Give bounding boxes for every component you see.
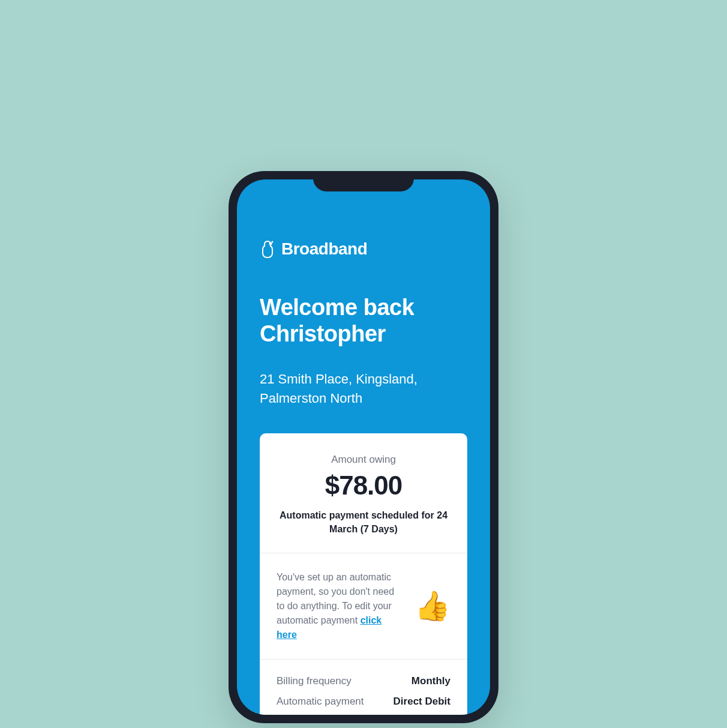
brand-logo-icon: [260, 240, 275, 258]
brand-header: Broadband: [260, 239, 467, 259]
account-card: Amount owing $78.00 Automatic payment sc…: [260, 433, 467, 715]
amount-owing-section: Amount owing $78.00 Automatic payment sc…: [260, 433, 467, 553]
svg-point-0: [269, 242, 272, 245]
address-line1: 21 Smith Place, Kingsland,: [260, 372, 417, 387]
automatic-payment-label: Automatic payment: [277, 696, 364, 708]
thumbs-up-icon: 👍: [414, 592, 450, 621]
address-line2: Palmerston North: [260, 391, 362, 406]
automatic-payment-row: Automatic payment Direct Debit: [277, 696, 450, 708]
address-text: 21 Smith Place, Kingsland, Palmerston No…: [260, 370, 467, 408]
automatic-payment-value: Direct Debit: [393, 696, 450, 708]
billing-frequency-label: Billing frequency: [277, 675, 352, 687]
brand-name: Broadband: [281, 239, 367, 259]
app-content: Broadband Welcome back Christopher 21 Sm…: [237, 179, 490, 715]
billing-frequency-value: Monthly: [411, 675, 450, 687]
svg-point-1: [272, 241, 274, 243]
billing-details-section: Billing frequency Monthly Automatic paym…: [260, 660, 467, 715]
amount-owing-value: $78.00: [277, 471, 450, 501]
welcome-title: Welcome back Christopher: [260, 295, 467, 347]
welcome-line2: Christopher: [260, 321, 386, 346]
payment-schedule-text: Automatic payment scheduled for 24 March…: [277, 509, 450, 536]
auto-payment-message: You've set up an automatic payment, so y…: [277, 570, 404, 642]
billing-frequency-row: Billing frequency Monthly: [277, 675, 450, 687]
amount-owing-label: Amount owing: [277, 454, 450, 466]
phone-notch: [313, 171, 414, 191]
phone-frame: Broadband Welcome back Christopher 21 Sm…: [229, 171, 498, 723]
welcome-line1: Welcome back: [260, 295, 414, 320]
auto-payment-message-section: You've set up an automatic payment, so y…: [260, 553, 467, 660]
phone-screen: Broadband Welcome back Christopher 21 Sm…: [237, 179, 490, 715]
